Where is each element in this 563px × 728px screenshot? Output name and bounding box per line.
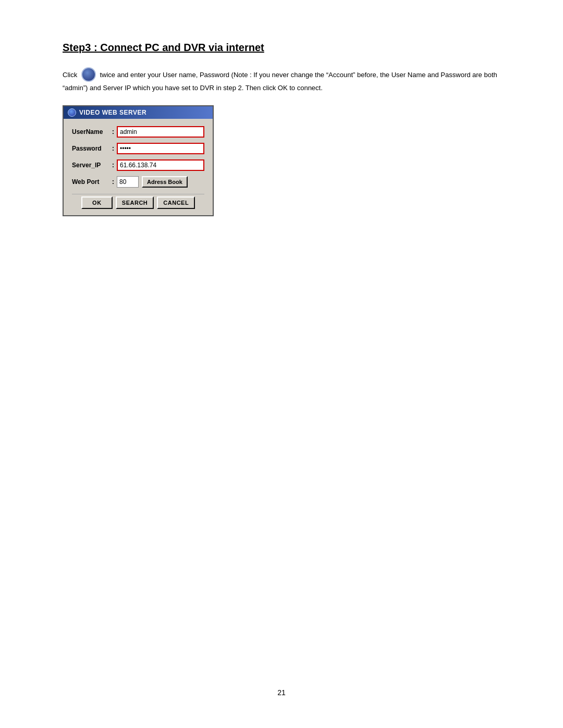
password-colon: : xyxy=(109,144,117,152)
address-book-button[interactable]: Adress Book xyxy=(142,176,188,188)
instruction-text: Click twice and enter your User name, Pa… xyxy=(63,68,500,94)
server-ip-colon: : xyxy=(109,161,117,169)
dialog-body: UserName : Password : Server_IP : Web Po… xyxy=(64,119,213,215)
video-web-server-dialog: Video Web Server UserName : Password : S… xyxy=(63,105,214,216)
dialog-title-icon xyxy=(68,108,76,117)
web-port-label: Web Port xyxy=(72,178,109,186)
page-title: Step3 : Connect PC and DVR via internet xyxy=(63,42,500,54)
password-input[interactable] xyxy=(117,143,204,154)
dialog-buttons: OK SEARCH CANCEL xyxy=(72,194,204,209)
page-number: 21 xyxy=(277,688,286,697)
instruction-suffix: twice and enter your User name, Password… xyxy=(63,71,497,92)
password-row: Password : xyxy=(72,143,204,154)
cancel-button[interactable]: CANCEL xyxy=(157,196,195,209)
web-port-input[interactable] xyxy=(117,176,139,188)
server-ip-row: Server_IP : xyxy=(72,159,204,171)
web-port-row: Web Port : Adress Book xyxy=(72,176,204,188)
username-colon: : xyxy=(109,128,117,135)
dialog-title-text: Video Web Server xyxy=(79,109,146,116)
username-input[interactable] xyxy=(117,126,204,138)
username-label: UserName xyxy=(72,128,109,135)
server-ip-input[interactable] xyxy=(117,159,204,171)
instruction-prefix: Click xyxy=(63,71,77,79)
username-row: UserName : xyxy=(72,126,204,138)
web-port-colon: : xyxy=(109,178,117,186)
server-ip-label: Server_IP xyxy=(72,162,109,169)
dialog-titlebar: Video Web Server xyxy=(64,106,213,119)
ok-button[interactable]: OK xyxy=(81,196,113,209)
app-icon xyxy=(81,67,96,82)
search-button[interactable]: SEARCH xyxy=(116,196,154,209)
password-label: Password xyxy=(72,145,109,152)
